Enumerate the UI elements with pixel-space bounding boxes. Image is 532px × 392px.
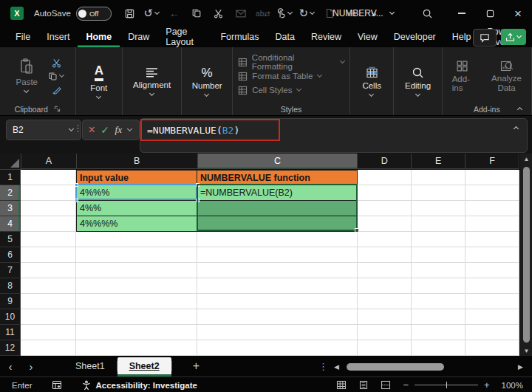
cell-B6[interactable] — [76, 247, 197, 263]
column-header-E[interactable]: E — [412, 154, 466, 169]
zoom-control[interactable]: − + — [403, 379, 489, 391]
touch-mode-button[interactable] — [274, 3, 296, 24]
comments-button[interactable] — [473, 29, 497, 47]
cell-D10[interactable] — [358, 309, 412, 325]
cell-A2[interactable] — [21, 185, 76, 201]
cell-B10[interactable] — [76, 309, 197, 325]
cell-F2[interactable] — [466, 185, 519, 201]
cut-button[interactable] — [208, 3, 230, 24]
cut-button[interactable] — [52, 58, 61, 68]
format-as-table-button[interactable]: Format as Table — [238, 69, 346, 83]
cell-B8[interactable] — [76, 278, 197, 294]
search-icon[interactable] — [416, 0, 438, 27]
cell-F6[interactable] — [466, 247, 519, 263]
zoom-slider[interactable] — [415, 385, 478, 386]
column-header-F[interactable]: F — [466, 154, 519, 169]
cell-D6[interactable] — [358, 247, 412, 263]
ribbon-tab-insert[interactable]: Insert — [38, 27, 78, 47]
cell-A12[interactable] — [21, 340, 76, 356]
insert-function-icon[interactable]: fx — [115, 124, 122, 136]
cell-styles-button[interactable]: Cell Styles — [238, 83, 346, 97]
cell-D8[interactable] — [358, 278, 412, 294]
cell-D3[interactable] — [358, 201, 412, 216]
column-header-A[interactable]: A — [21, 154, 77, 169]
cell-A11[interactable] — [21, 325, 76, 340]
horizontal-scroll-track[interactable] — [342, 362, 515, 371]
cell-E8[interactable] — [412, 278, 466, 294]
cell-B11[interactable] — [76, 325, 197, 340]
number-button[interactable]: % Number — [186, 65, 228, 100]
vertical-scrollbar[interactable]: ▲ ▼ — [519, 154, 532, 356]
cell-D2[interactable] — [358, 185, 412, 201]
page-break-view-icon[interactable] — [381, 380, 391, 390]
ribbon-tab-home[interactable]: Home — [78, 27, 120, 47]
cell-D4[interactable] — [358, 216, 412, 232]
accessibility-status[interactable]: Accessibility: Investigate — [81, 380, 197, 391]
analyze-data-button[interactable]: Analyze Data — [485, 58, 528, 94]
cell-C4[interactable] — [197, 216, 358, 232]
cell-F1[interactable] — [466, 170, 519, 185]
row-header-3[interactable]: 3 — [0, 201, 21, 216]
cell-F5[interactable] — [466, 232, 519, 247]
page-layout-view-icon[interactable] — [358, 380, 369, 390]
cell-E6[interactable] — [412, 247, 466, 263]
prev-sheet-icon[interactable]: ‹ — [0, 360, 21, 373]
cell-F10[interactable] — [466, 309, 519, 325]
copy-button[interactable] — [48, 72, 65, 81]
sheet-tab-sheet1[interactable]: Sheet1 — [64, 356, 117, 376]
cell-C8[interactable] — [197, 278, 358, 294]
horizontal-scrollbar[interactable]: ◀ ▶ — [334, 362, 523, 371]
cell-C11[interactable] — [197, 325, 358, 340]
cell-F9[interactable] — [466, 294, 519, 309]
collapse-formula-bar-icon[interactable] — [514, 125, 519, 131]
cell-C2[interactable]: =NUMBERVALUE(B2) — [197, 185, 358, 201]
cell-E7[interactable] — [412, 263, 466, 278]
ribbon-tab-review[interactable]: Review — [303, 27, 349, 47]
cell-F3[interactable] — [466, 201, 519, 216]
close-button[interactable]: × — [504, 0, 532, 27]
cell-A1[interactable] — [21, 170, 76, 185]
cell-D1[interactable] — [358, 170, 412, 185]
cell-E3[interactable] — [412, 201, 466, 216]
next-sheet-icon[interactable]: › — [21, 360, 41, 373]
cell-E11[interactable] — [412, 325, 466, 340]
row-header-10[interactable]: 10 — [0, 309, 21, 325]
cell-B12[interactable] — [76, 340, 197, 356]
cell-A4[interactable] — [21, 216, 76, 232]
cell-C7[interactable] — [197, 263, 358, 278]
cell-B3[interactable]: 4%% — [76, 201, 197, 216]
ribbon-tab-developer[interactable]: Developer — [386, 27, 444, 47]
ribbon-tab-data[interactable]: Data — [267, 27, 303, 47]
cell-F11[interactable] — [466, 325, 519, 340]
cell-F7[interactable] — [466, 263, 519, 278]
cell-C1[interactable]: NUMBERVALUE function — [197, 170, 358, 185]
row-header-1[interactable]: 1 — [0, 170, 21, 185]
row-header-4[interactable]: 4 — [0, 216, 21, 232]
scroll-down-icon[interactable]: ▼ — [520, 345, 532, 356]
row-header-9[interactable]: 9 — [0, 294, 21, 309]
maximize-button[interactable] — [476, 0, 504, 27]
normal-view-icon[interactable] — [336, 380, 347, 390]
cell-D5[interactable] — [358, 232, 412, 247]
ribbon-tab-formulas[interactable]: Formulas — [212, 27, 267, 47]
autosave-toggle[interactable]: Off — [76, 7, 112, 21]
undo-button[interactable]: ↺ — [141, 3, 163, 24]
minimize-button[interactable] — [448, 0, 476, 27]
cell-F8[interactable] — [466, 278, 519, 294]
ribbon-tab-view[interactable]: View — [349, 27, 386, 47]
add-sheet-button[interactable]: + — [193, 360, 200, 373]
alignment-button[interactable]: Alignment — [127, 66, 177, 99]
ribbon-tab-file[interactable]: File — [7, 27, 38, 47]
document-title-area[interactable]: NUMBERV... — [332, 0, 395, 27]
zoom-slider-knob[interactable] — [446, 382, 448, 388]
redo-button[interactable]: ↻ — [296, 3, 318, 24]
back-button[interactable]: ← — [163, 3, 185, 24]
zoom-level[interactable]: 100% — [502, 381, 523, 390]
cell-D12[interactable] — [358, 340, 412, 356]
cell-A10[interactable] — [21, 309, 76, 325]
cancel-icon[interactable]: × — [89, 124, 95, 136]
cell-F4[interactable] — [466, 216, 519, 232]
cell-A9[interactable] — [21, 294, 76, 309]
row-header-5[interactable]: 5 — [0, 232, 21, 247]
excel-app-icon[interactable]: X — [10, 7, 24, 20]
